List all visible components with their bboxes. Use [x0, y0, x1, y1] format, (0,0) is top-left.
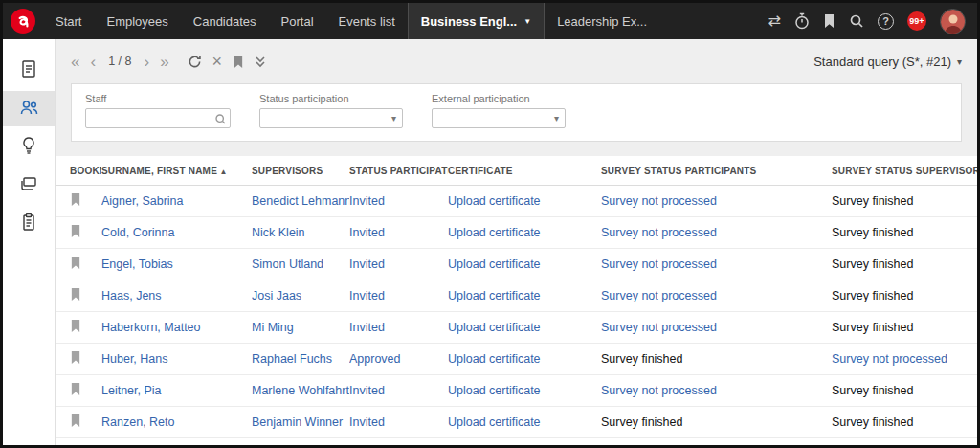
notification-badge[interactable]: 99+ [907, 11, 926, 31]
bookmark-icon[interactable] [823, 13, 835, 29]
expand-button[interactable] [255, 56, 266, 68]
certificate-link[interactable]: Upload certificate [448, 226, 541, 239]
prev-page-button[interactable]: ‹ [90, 54, 96, 70]
external-participation-select[interactable]: ▾ [432, 108, 566, 128]
sidebar-item-clipboard[interactable] [3, 206, 55, 241]
supervisor-link[interactable]: Nick Klein [252, 226, 305, 239]
certificate-link[interactable]: Upload certificate [448, 289, 541, 302]
supervisor-link[interactable]: Benedict Lehmann [252, 194, 349, 208]
supervisor-link[interactable]: Marlene Wohlfahrt [252, 384, 349, 397]
surname-link[interactable]: Huber, Hans [101, 352, 167, 366]
column-header-supervisors[interactable]: SUPERVISORS [252, 156, 349, 186]
status-participation-link[interactable]: Approved [349, 352, 401, 366]
column-header-status-participation[interactable]: STATUS PARTICIPATION [349, 156, 448, 186]
results-table-container: BOOKMARKSURNAME, FIRST NAME ▲SUPERVISORS… [56, 156, 977, 445]
survey-status-participants[interactable]: Survey not processed [601, 194, 717, 208]
help-icon[interactable]: ? [878, 13, 894, 30]
avatar[interactable] [940, 9, 966, 34]
last-page-button[interactable]: » [160, 54, 168, 70]
bookmark-button[interactable] [233, 55, 244, 69]
logo-icon[interactable] [11, 9, 35, 34]
surname-link[interactable]: Ranzen, Reto [101, 415, 174, 429]
first-page-button[interactable]: « [71, 54, 79, 70]
sidebar-item-employees[interactable] [3, 91, 55, 126]
surname-link[interactable]: Aigner, Sabrina [101, 194, 183, 208]
bookmark-icon[interactable] [70, 319, 81, 333]
next-page-button[interactable]: › [144, 54, 149, 70]
page-position: 1 / 8 [108, 55, 131, 68]
stack-icon [19, 175, 38, 196]
surname-link[interactable]: Leitner, Pia [101, 384, 162, 397]
menu-item-candidates[interactable]: Candidates [181, 3, 269, 39]
surname-link[interactable]: Engel, Tobias [101, 258, 173, 271]
sidebar-item-stack[interactable] [3, 168, 55, 203]
bookmark-icon[interactable] [70, 287, 81, 302]
column-header-certificate[interactable]: CERTIFICATE [448, 156, 601, 186]
certificate-link[interactable]: Upload certificate [448, 352, 541, 366]
survey-status-participants[interactable]: Survey not processed [601, 321, 717, 334]
survey-status-participants[interactable]: Survey not processed [601, 226, 717, 239]
supervisor-link[interactable]: Simon Utland [252, 258, 323, 271]
swap-icon[interactable]: ⇄ [768, 13, 781, 29]
supervisor-link[interactable]: Mi Ming [252, 321, 294, 334]
status-participation-link[interactable]: Invited [349, 194, 385, 208]
close-button[interactable]: × [212, 53, 223, 70]
surname-link[interactable]: Haas, Jens [101, 289, 162, 302]
query-selector[interactable]: Standard query (S*, #21) ▾ [813, 55, 962, 69]
column-header-bookmark[interactable]: BOOKMARK [56, 156, 101, 186]
status-participation-link[interactable]: Invited [349, 289, 385, 302]
certificate-link[interactable]: Upload certificate [448, 258, 541, 271]
table-row: Leitner, PiaMarlene WohlfahrtInvitedUplo… [56, 375, 977, 407]
survey-status-participants[interactable]: Survey not processed [601, 258, 717, 271]
sidebar-item-ideas[interactable] [3, 129, 55, 165]
menu-item-start[interactable]: Start [43, 3, 94, 39]
supervisor-link[interactable]: Josi Jaas [252, 289, 301, 302]
menu-item-employees[interactable]: Employees [94, 3, 180, 39]
surname-link[interactable]: Cold, Corinna [101, 226, 174, 239]
bookmark-icon[interactable] [70, 382, 81, 396]
column-header-survey-status-participants[interactable]: SURVEY STATUS PARTICIPANTS [601, 156, 832, 186]
menu-item-events-list[interactable]: Events list [326, 3, 408, 39]
survey-status-supervisors[interactable]: Survey not processed [832, 352, 947, 366]
results-table: BOOKMARKSURNAME, FIRST NAME ▲SUPERVISORS… [56, 156, 977, 438]
status-participation-link[interactable]: Invited [349, 415, 385, 429]
status-participation-link[interactable]: Invited [349, 321, 385, 334]
certificate-link[interactable]: Upload certificate [448, 194, 541, 208]
filter-field-staff: Staff [85, 93, 231, 128]
chevron-down-icon: ▼ [523, 17, 531, 26]
certificate-link[interactable]: Upload certificate [448, 415, 541, 429]
column-header-survey-status-supervisors[interactable]: SURVEY STATUS SUPERVISORS [832, 156, 977, 186]
menu-item-portal[interactable]: Portal [269, 3, 326, 39]
bookmark-icon[interactable] [70, 256, 81, 270]
surname-link[interactable]: Haberkorn, Matteo [101, 321, 201, 334]
status-participation-link[interactable]: Invited [349, 384, 385, 397]
refresh-button[interactable] [188, 55, 202, 69]
status-participation-select[interactable]: ▾ [259, 108, 403, 128]
survey-status-supervisors: Survey finished [832, 289, 913, 302]
survey-status-supervisors: Survey finished [832, 415, 913, 429]
bookmark-icon[interactable] [70, 192, 81, 207]
survey-status-participants[interactable]: Survey not processed [601, 384, 717, 397]
column-header-surname-first-name[interactable]: SURNAME, FIRST NAME ▲ [101, 156, 252, 186]
main-content: « ‹ 1 / 8 › » × [56, 39, 977, 445]
table-row: Aigner, SabrinaBenedict LehmannInvitedUp… [56, 186, 977, 217]
survey-status-participants: Survey finished [601, 352, 682, 366]
certificate-link[interactable]: Upload certificate [448, 384, 541, 397]
bookmark-icon[interactable] [70, 224, 81, 238]
status-participation-link[interactable]: Invited [349, 258, 385, 271]
staff-input[interactable] [85, 108, 231, 128]
menu-item-leadership-ex[interactable]: Leadership Ex... [545, 3, 659, 39]
status-participation-link[interactable]: Invited [349, 226, 385, 239]
search-icon[interactable] [849, 13, 864, 29]
bookmark-icon[interactable] [70, 350, 81, 365]
sidebar-item-documents[interactable] [3, 53, 55, 88]
survey-status-supervisors: Survey finished [832, 321, 913, 334]
menu-item-business-engl[interactable]: Business Engl...▼ [408, 3, 545, 39]
table-row: Engel, TobiasSimon UtlandInvitedUpload c… [56, 249, 977, 280]
supervisor-link[interactable]: Benjamin Winner [252, 415, 343, 429]
survey-status-participants[interactable]: Survey not processed [601, 289, 717, 302]
bookmark-icon[interactable] [70, 414, 81, 428]
timer-icon[interactable] [794, 12, 810, 30]
certificate-link[interactable]: Upload certificate [448, 321, 541, 334]
supervisor-link[interactable]: Raphael Fuchs [252, 352, 332, 366]
